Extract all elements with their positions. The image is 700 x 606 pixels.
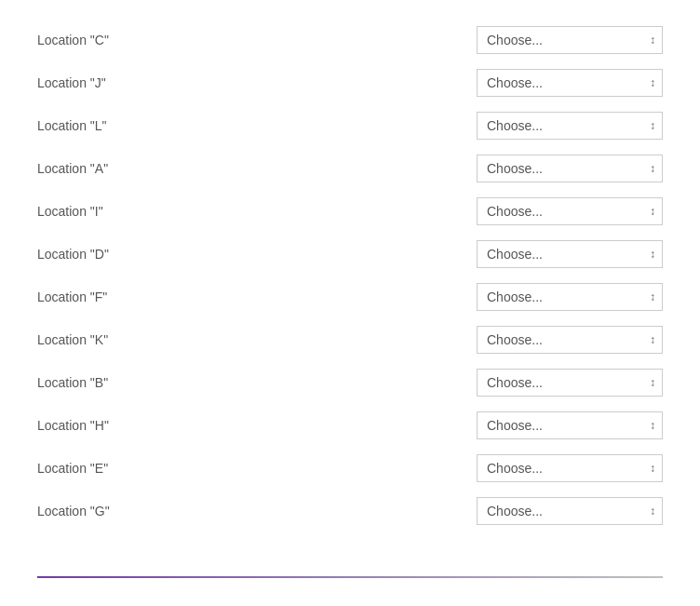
select-wrapper: Choose...↕ (477, 240, 663, 268)
select-wrapper: Choose...↕ (477, 197, 663, 225)
location-row: Location "L"Choose...↕ (37, 104, 663, 147)
location-select-d[interactable]: Choose... (477, 240, 663, 268)
location-row: Location "A"Choose...↕ (37, 147, 663, 190)
location-list: Location "C"Choose...↕Location "J"Choose… (37, 19, 663, 532)
location-row: Location "D"Choose...↕ (37, 233, 663, 276)
select-wrapper: Choose...↕ (477, 497, 663, 525)
location-select-j[interactable]: Choose... (477, 69, 663, 97)
location-select-l[interactable]: Choose... (477, 112, 663, 140)
location-select-f[interactable]: Choose... (477, 283, 663, 311)
location-label: Location "D" (37, 247, 223, 262)
select-wrapper: Choose...↕ (477, 155, 663, 182)
select-wrapper: Choose...↕ (477, 112, 663, 140)
page-container: Location "C"Choose...↕Location "J"Choose… (0, 0, 700, 606)
location-label: Location "B" (37, 375, 223, 390)
location-row: Location "K"Choose...↕ (37, 318, 663, 361)
location-select-h[interactable]: Choose... (477, 411, 663, 439)
location-select-g[interactable]: Choose... (477, 497, 663, 525)
select-wrapper: Choose...↕ (477, 26, 663, 54)
location-select-e[interactable]: Choose... (477, 454, 663, 482)
select-wrapper: Choose...↕ (477, 69, 663, 97)
location-select-i[interactable]: Choose... (477, 197, 663, 225)
location-row: Location "F"Choose...↕ (37, 276, 663, 318)
location-row: Location "B"Choose...↕ (37, 361, 663, 404)
location-label: Location "C" (37, 33, 223, 47)
location-row: Location "E"Choose...↕ (37, 447, 663, 490)
location-label: Location "I" (37, 204, 223, 219)
select-wrapper: Choose...↕ (477, 454, 663, 482)
location-label: Location "A" (37, 161, 223, 176)
location-row: Location "C"Choose...↕ (37, 19, 663, 61)
select-wrapper: Choose...↕ (477, 411, 663, 439)
location-label: Location "K" (37, 332, 223, 347)
location-label: Location "J" (37, 75, 223, 90)
location-select-k[interactable]: Choose... (477, 326, 663, 354)
location-row: Location "G"Choose...↕ (37, 490, 663, 532)
select-wrapper: Choose...↕ (477, 326, 663, 354)
location-label: Location "F" (37, 290, 223, 304)
location-row: Location "J"Choose...↕ (37, 61, 663, 104)
select-wrapper: Choose...↕ (477, 283, 663, 311)
location-select-b[interactable]: Choose... (477, 369, 663, 397)
location-select-a[interactable]: Choose... (477, 155, 663, 182)
location-label: Location "L" (37, 118, 223, 133)
location-row: Location "I"Choose...↕ (37, 190, 663, 233)
location-row: Location "H"Choose...↕ (37, 404, 663, 447)
location-select-c[interactable]: Choose... (477, 26, 663, 54)
location-label: Location "H" (37, 418, 223, 433)
select-wrapper: Choose...↕ (477, 369, 663, 397)
location-label: Location "G" (37, 504, 223, 518)
location-label: Location "E" (37, 461, 223, 476)
divider-line (37, 576, 663, 578)
